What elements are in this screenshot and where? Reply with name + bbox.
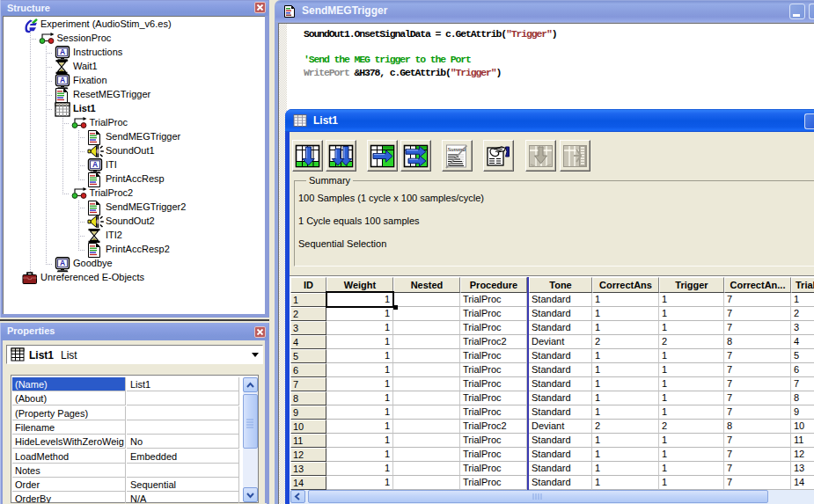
svg-text:A: A xyxy=(92,160,98,169)
svg-text:A: A xyxy=(60,47,65,56)
svg-text:A: A xyxy=(60,76,65,84)
svg-text:A: A xyxy=(60,259,65,267)
